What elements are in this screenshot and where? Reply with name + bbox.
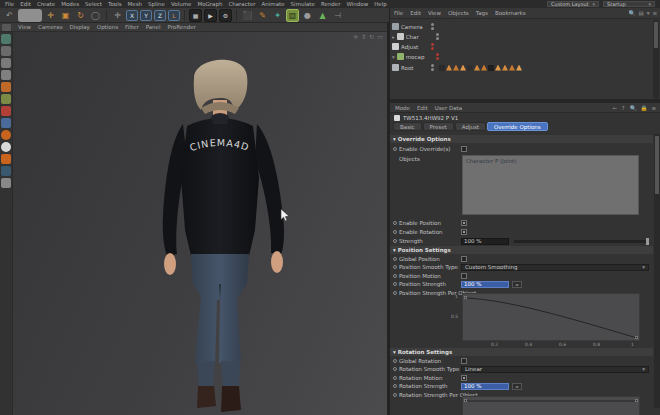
viewport-solo-icon[interactable]: [1, 130, 11, 140]
objects-listbox[interactable]: Character P (Joint): [462, 155, 639, 215]
expression-tag-icon[interactable]: [488, 65, 494, 71]
quantize-icon[interactable]: [1, 154, 11, 164]
visibility-dots[interactable]: [431, 43, 434, 50]
strength-field[interactable]: 100 %: [461, 238, 509, 245]
menu-character[interactable]: Character: [228, 1, 255, 7]
enable-overrides-checkbox[interactable]: [461, 146, 467, 152]
pose-tag-icon[interactable]: [453, 65, 459, 71]
am-menu-userdata[interactable]: User Data: [435, 105, 462, 111]
mirror-icon[interactable]: [1, 178, 11, 188]
expression-tag-icon[interactable]: [467, 65, 473, 71]
menu-file[interactable]: File: [5, 1, 14, 7]
menu-select[interactable]: Select: [85, 1, 102, 7]
menu-tools[interactable]: Tools: [108, 1, 122, 7]
pose-tag-icon[interactable]: [502, 65, 508, 71]
om-options-icon[interactable]: ≡: [652, 10, 657, 16]
section-override-options[interactable]: ▾ Override Options: [390, 135, 653, 143]
object-row[interactable]: Adjust: [392, 42, 434, 51]
polygons-mode-icon[interactable]: [1, 106, 11, 116]
character-model[interactable]: CINEMA4D: [153, 48, 313, 415]
position-motion-checkbox[interactable]: [461, 273, 467, 279]
global-axes-icon[interactable]: ✛: [111, 9, 124, 22]
object-row[interactable]: ▸ Char: [392, 32, 439, 41]
keyframe-circle-icon[interactable]: [393, 221, 397, 225]
vp-menu-cameras[interactable]: Cameras: [38, 24, 62, 30]
om-menu-bookmarks[interactable]: Bookmarks: [495, 10, 526, 16]
om-menu-objects[interactable]: Objects: [448, 10, 469, 16]
interface-dropdown[interactable]: Custom Layout ▾: [547, 1, 599, 7]
tab-preset[interactable]: Preset: [423, 122, 454, 131]
keyframe-circle-icon[interactable]: [393, 393, 397, 397]
magic-solo-icon[interactable]: ✦: [271, 9, 284, 22]
menu-simulate[interactable]: Simulate: [291, 1, 315, 7]
global-rotation-checkbox[interactable]: [461, 358, 467, 364]
am-menu-edit[interactable]: Edit: [417, 105, 428, 111]
scale-tool-icon[interactable]: ▣: [59, 9, 72, 22]
rotate-view-icon[interactable]: ↻: [369, 33, 374, 40]
render-view-button[interactable]: ▦: [189, 9, 202, 22]
lock-x-axis-button[interactable]: X: [126, 10, 138, 21]
panel-grip-icon[interactable]: [2, 24, 11, 31]
vp-menu-prorender[interactable]: ProRender: [168, 24, 196, 30]
keyframe-circle-icon[interactable]: [393, 282, 397, 286]
vp-menu-options[interactable]: Options: [97, 24, 118, 30]
position-falloff-graph[interactable]: 1 0.5 0.2 0.4 0.6 0.8 1: [462, 293, 640, 341]
keyframe-circle-icon[interactable]: [393, 274, 397, 278]
pose-tag-icon[interactable]: [446, 65, 452, 71]
texture-mode-icon[interactable]: [1, 58, 11, 68]
pan-view-icon[interactable]: ✛: [353, 33, 358, 40]
menu-render[interactable]: Render: [321, 1, 341, 7]
om-scrollbar[interactable]: [653, 20, 659, 98]
menu-animate[interactable]: Animate: [262, 1, 285, 7]
keyframe-circle-icon[interactable]: [393, 367, 397, 371]
menu-mograph[interactable]: MoGraph: [197, 1, 222, 7]
object-row[interactable]: Camera: [392, 22, 434, 31]
section-collapse-icon[interactable]: ▾: [393, 136, 396, 142]
curve-handle[interactable]: [464, 399, 467, 402]
keyframe-circle-icon[interactable]: [393, 230, 397, 234]
visibility-dots[interactable]: [431, 23, 434, 30]
history-back-icon[interactable]: ←: [612, 105, 617, 111]
rotation-smooth-type-dropdown[interactable]: Linear ▾: [461, 366, 649, 373]
keyframe-circle-icon[interactable]: [393, 257, 397, 261]
render-settings-button[interactable]: ⚙: [219, 9, 232, 22]
last-tool-icon[interactable]: ◯: [89, 9, 102, 22]
om-menu-view[interactable]: View: [428, 10, 441, 16]
lock-icon[interactable]: 🔒: [641, 105, 648, 111]
menu-modes[interactable]: Modes: [61, 1, 79, 7]
menu-help[interactable]: Help: [374, 1, 387, 7]
vp-menu-filter[interactable]: Filter: [125, 24, 139, 30]
coordinate-system-icon[interactable]: L: [168, 10, 180, 21]
expand-toolbar-icon[interactable]: ⊣: [331, 9, 344, 22]
vp-menu-display[interactable]: Display: [70, 24, 90, 30]
object-name[interactable]: Root: [401, 65, 427, 71]
enable-axis-icon[interactable]: [1, 118, 11, 128]
curve-handle[interactable]: [635, 336, 638, 339]
model-mode-icon[interactable]: [1, 46, 11, 56]
section-collapse-icon[interactable]: ▾: [393, 247, 396, 253]
search-icon[interactable]: 🔍: [630, 105, 637, 111]
perspective-viewport[interactable]: View Cameras Display Options Filter Pane…: [0, 23, 389, 415]
curve-handle[interactable]: [464, 296, 467, 299]
position-smooth-type-dropdown[interactable]: Custom Smoothing ▾: [461, 264, 649, 271]
keyframe-circle-icon[interactable]: [393, 376, 397, 380]
visibility-dots[interactable]: [436, 33, 439, 40]
visibility-dots[interactable]: [431, 64, 434, 71]
expand-arrow-icon[interactable]: ▸: [392, 34, 395, 40]
tab-adjust[interactable]: Adjust: [455, 122, 486, 131]
snap-toggle-icon[interactable]: [1, 142, 11, 152]
tab-basic[interactable]: Basic: [393, 122, 422, 131]
vp-menu-panel[interactable]: Panel: [146, 24, 161, 30]
undo-icon[interactable]: ↶: [3, 9, 16, 22]
object-name[interactable]: mocap: [406, 54, 432, 60]
am-options-icon[interactable]: ≡: [651, 105, 656, 111]
live-selection-tool-icon[interactable]: [18, 9, 42, 22]
am-scrollbar[interactable]: [654, 134, 660, 408]
objects-list-item[interactable]: Character P (Joint): [466, 158, 516, 164]
pose-tag-icon[interactable]: [474, 65, 480, 71]
filter-icon[interactable]: ▤: [638, 10, 643, 16]
search-icon[interactable]: 🔍: [629, 10, 636, 16]
curve-handle[interactable]: [635, 399, 638, 402]
menu-mesh[interactable]: Mesh: [128, 1, 142, 7]
pose-tag-icon[interactable]: [481, 65, 487, 71]
